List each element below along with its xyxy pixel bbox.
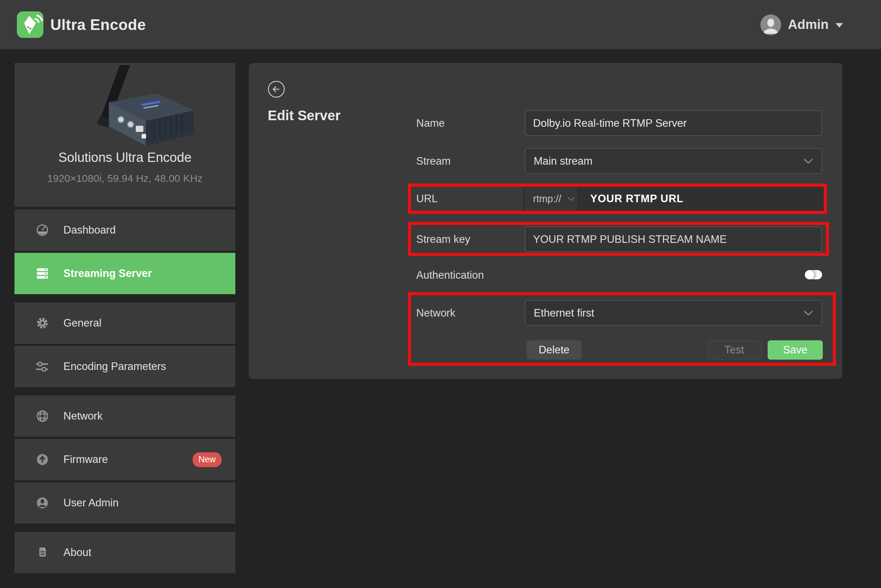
chevron-down-icon [803, 310, 813, 316]
header-bar: Ultra Encode Admin [0, 0, 881, 49]
network-label: Network [416, 300, 455, 326]
document-icon [35, 544, 50, 561]
ultra-encode-app: Ultra Encode Admin [0, 0, 881, 588]
chevron-down-icon [803, 159, 813, 164]
sidebar-item-firmware[interactable]: Firmware New [15, 439, 235, 480]
gauge-icon [35, 222, 50, 238]
url-protocol-select[interactable]: rtmp:// [523, 187, 578, 211]
sidebar-item-about[interactable]: About [15, 532, 235, 573]
authentication-toggle[interactable] [805, 270, 822, 279]
server-icon [35, 266, 50, 281]
app-title: Ultra Encode [50, 0, 146, 49]
url-value: YOUR RTMP URL [590, 192, 684, 205]
name-input[interactable] [525, 110, 822, 136]
sidebar: Solutions Ultra Encode 1920×1080i, 59.94… [15, 63, 235, 575]
sidebar-item-label: About [63, 546, 91, 559]
page-title: Edit Server [268, 108, 341, 123]
gear-icon [35, 315, 50, 331]
device-name: Solutions Ultra Encode [15, 150, 235, 165]
sidebar-nav: Dashboard Streaming Server [15, 209, 235, 573]
sidebar-item-encoding-parameters[interactable]: Encoding Parameters [15, 346, 235, 387]
sidebar-item-label: Firmware [63, 453, 108, 466]
user-menu[interactable]: Admin [760, 0, 881, 49]
sidebar-item-network[interactable]: Network [15, 396, 235, 437]
name-label: Name [416, 110, 445, 136]
authentication-label: Authentication [416, 266, 484, 284]
stream-select-value: Main stream [534, 155, 593, 167]
network-select[interactable]: Ethernet first [525, 300, 822, 326]
globe-icon [35, 408, 50, 424]
sidebar-item-label: Dashboard [63, 224, 116, 236]
sidebar-item-label: Streaming Server [63, 267, 152, 280]
sidebar-item-dashboard[interactable]: Dashboard [15, 209, 235, 251]
sidebar-item-label: Network [63, 410, 103, 422]
network-select-value: Ethernet first [534, 307, 594, 320]
stream-key-label: Stream key [416, 226, 470, 252]
app-logo-icon [17, 11, 44, 38]
url-input[interactable]: YOUR RTMP URL [578, 187, 824, 211]
delete-button[interactable]: Delete [527, 340, 582, 360]
chevron-down-icon [567, 197, 575, 201]
device-signal-format: 1920×1080i, 59.94 Hz, 48.00 KHz [15, 172, 235, 184]
user-avatar [760, 15, 781, 35]
sidebar-item-streaming-server[interactable]: Streaming Server [15, 253, 235, 294]
sidebar-item-general[interactable]: General [15, 303, 235, 344]
sidebar-item-label: Encoding Parameters [63, 360, 166, 373]
sidebar-item-label: General [63, 317, 101, 329]
device-image [51, 65, 199, 153]
user-circle-icon [35, 495, 50, 511]
url-row: URL rtmp:// YOUR RTMP URL [411, 187, 824, 211]
firmware-new-badge: New [193, 452, 222, 467]
upload-circle-icon [35, 452, 50, 468]
back-button[interactable] [267, 80, 285, 98]
sliders-icon [35, 358, 50, 374]
chevron-down-icon [836, 23, 843, 27]
test-button[interactable]: Test [707, 340, 761, 360]
toggle-knob [805, 270, 814, 279]
stream-label: Stream [416, 148, 451, 174]
sidebar-item-label: User Admin [63, 497, 119, 509]
device-card: Solutions Ultra Encode 1920×1080i, 59.94… [15, 63, 235, 207]
stream-select[interactable]: Main stream [525, 148, 822, 174]
stream-key-input[interactable] [525, 226, 822, 252]
sidebar-item-user-admin[interactable]: User Admin [15, 482, 235, 524]
url-protocol-value: rtmp:// [533, 193, 561, 205]
save-button[interactable]: Save [768, 340, 823, 360]
edit-server-panel: Edit Server Name Stream Main stream URL … [249, 63, 842, 379]
user-name: Admin [788, 17, 828, 32]
url-label: URL [411, 187, 523, 211]
